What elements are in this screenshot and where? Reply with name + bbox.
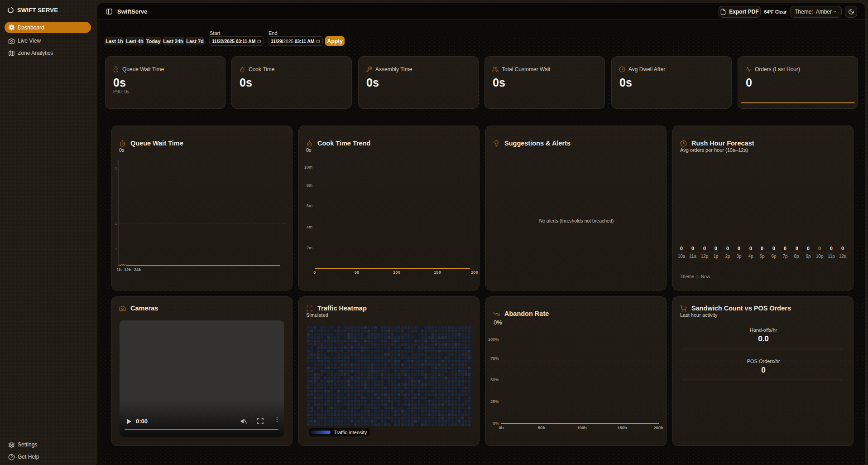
svg-text:1: 1	[115, 247, 117, 251]
svg-text:1: 1	[115, 222, 117, 225]
svg-text:1: 1	[115, 167, 117, 170]
